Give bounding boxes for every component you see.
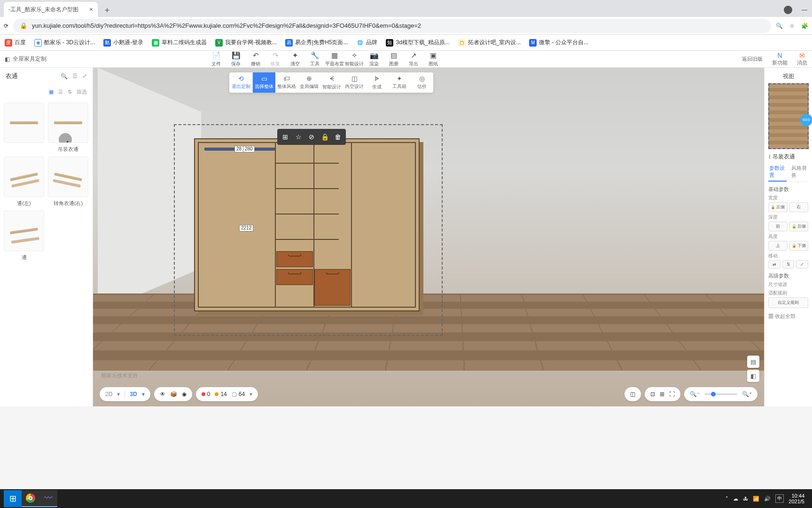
view-mode-switcher[interactable]: 2D ▾ 3D ▾ bbox=[100, 387, 150, 401]
album-button[interactable]: ▤图册 bbox=[384, 51, 404, 67]
move-z-button[interactable]: ⤢ bbox=[796, 260, 808, 269]
sphere-icon[interactable]: ◉ bbox=[182, 391, 187, 397]
box-icon[interactable]: 📦 bbox=[170, 391, 177, 397]
zoom-out-icon[interactable]: 🔍⁻ bbox=[690, 391, 700, 397]
delete-icon[interactable]: 🗑 bbox=[332, 131, 344, 143]
smart2-button[interactable]: ᗕ智能设计 bbox=[320, 72, 343, 93]
drawer[interactable] bbox=[276, 269, 313, 285]
style-button[interactable]: 🏷整体风格 bbox=[275, 72, 298, 93]
asset-item[interactable] bbox=[48, 157, 88, 197]
add-icon[interactable]: ⊞ bbox=[279, 131, 291, 143]
depth-back-button[interactable]: 🔒后侧 bbox=[789, 222, 809, 231]
mode-3d[interactable]: 3D bbox=[130, 391, 137, 397]
toolbox-button[interactable]: ✦工具箱 bbox=[388, 72, 411, 93]
move-y-button[interactable]: ⇅ bbox=[782, 260, 795, 269]
tab-style-replace[interactable]: 风格替换 bbox=[790, 163, 809, 182]
tray-wifi-icon[interactable]: 📶 bbox=[753, 496, 759, 502]
drawer[interactable] bbox=[276, 251, 313, 267]
gen-button[interactable]: ᗎ生成 bbox=[366, 72, 388, 93]
asset-item[interactable] bbox=[4, 157, 44, 197]
reload-icon[interactable]: ⟳ bbox=[4, 23, 8, 29]
object-toggle[interactable]: ◫ bbox=[625, 387, 641, 401]
camera-indicator[interactable]: 03:0 bbox=[800, 114, 812, 126]
minimap[interactable]: 03:0 bbox=[768, 83, 809, 149]
smart-button[interactable]: ✧智能设计 bbox=[344, 51, 364, 67]
list-view-icon[interactable]: ☰ bbox=[58, 89, 63, 95]
search-icon[interactable]: 🔍 bbox=[61, 73, 68, 79]
height-top-button[interactable]: 上 bbox=[768, 241, 788, 251]
layers-icon[interactable]: ▤ bbox=[747, 356, 759, 368]
tray-network-icon[interactable]: 🖧 bbox=[743, 496, 748, 501]
bookmark-item[interactable]: 易易企秀|免费H5页面... bbox=[285, 39, 348, 47]
list-icon[interactable]: ☰ bbox=[72, 73, 78, 79]
depth-front-button[interactable]: 前 bbox=[768, 222, 788, 231]
global-edit-button[interactable]: ⊕全局编辑 bbox=[298, 72, 320, 93]
extensions-icon[interactable]: 🧩 bbox=[801, 23, 808, 29]
render-button[interactable]: 📷渲染 bbox=[364, 51, 384, 67]
lock-icon[interactable]: 🔒 bbox=[319, 131, 331, 143]
new-feature-button[interactable]: N新功能 bbox=[772, 52, 788, 66]
filter-label[interactable]: 筛选 bbox=[77, 88, 87, 95]
move-x-button[interactable]: ⇄ bbox=[768, 260, 781, 269]
browser-tab[interactable]: -工具_酷家乐_未命名户型图 × bbox=[4, 2, 98, 17]
fit-icon[interactable]: ⊞ bbox=[660, 391, 664, 397]
bookmark-item[interactable]: 知3d模型下载_精品原... bbox=[386, 39, 449, 47]
minimize-icon[interactable]: — bbox=[802, 7, 807, 13]
bookmark-item[interactable]: V我要自学网-视频教... bbox=[215, 39, 277, 47]
hide-icon[interactable]: ⊘ bbox=[305, 131, 318, 143]
profile-icon[interactable] bbox=[784, 6, 792, 14]
bookmark-item[interactable]: ▢拓者设计吧_室内设... bbox=[458, 39, 521, 47]
zoom-slider-handle[interactable] bbox=[711, 392, 716, 397]
plan-button[interactable]: ▦平面布置 bbox=[325, 51, 344, 67]
clock-date[interactable]: 2021/5 bbox=[789, 499, 804, 504]
app-taskbar-icon[interactable]: 〰 bbox=[39, 490, 57, 507]
asset-item[interactable] bbox=[4, 211, 44, 251]
cost-button[interactable]: ◎估价 bbox=[411, 72, 433, 93]
chrome-taskbar-icon[interactable] bbox=[22, 490, 39, 507]
focus-icon[interactable]: ⊡ bbox=[650, 391, 655, 397]
ime-indicator[interactable]: 中 bbox=[775, 494, 784, 503]
url-field[interactable]: 🔒 yun.kujiale.com/tool/h5/diy?redirectur… bbox=[13, 19, 771, 33]
zoom-in-icon[interactable]: 🔍⁺ bbox=[742, 391, 752, 397]
old-version-link[interactable]: 返回旧版 bbox=[742, 56, 763, 63]
file-button[interactable]: 📄文件 bbox=[206, 51, 226, 67]
bookmark-item[interactable]: 鹅小鹅通-登录 bbox=[103, 39, 143, 47]
tray-cloud-icon[interactable]: ☁ bbox=[733, 496, 738, 502]
bookmark-item[interactable]: ▦草料二维码生成器 bbox=[152, 39, 207, 47]
undo-button[interactable]: ↶撤销 bbox=[246, 51, 265, 67]
bookmark-item[interactable]: 🌐品牌 bbox=[356, 39, 377, 47]
drawing-button[interactable]: ▣图纸 bbox=[423, 51, 443, 67]
interior-button[interactable]: ◫内空设计 bbox=[343, 72, 366, 93]
wardrobe-model[interactable]: 28 280 2212 bbox=[194, 138, 420, 311]
fullscreen-icon[interactable]: ⛶ bbox=[669, 391, 675, 397]
width-left-button[interactable]: 🔒左侧 bbox=[768, 202, 788, 212]
collapse-all-button[interactable]: ☰ 收起全部 bbox=[768, 313, 808, 320]
redo-button[interactable]: ↷恢复 bbox=[265, 51, 285, 67]
asset-item[interactable] bbox=[4, 103, 44, 143]
cube-icon[interactable]: ◧ bbox=[747, 370, 759, 382]
bookmark-item[interactable]: 度百度 bbox=[5, 39, 26, 47]
width-right-button[interactable]: 右 bbox=[789, 202, 809, 212]
drawer[interactable] bbox=[314, 269, 351, 306]
tray-chevron-icon[interactable]: ˄ bbox=[726, 496, 728, 502]
messages-button[interactable]: ✉消息 bbox=[797, 52, 807, 66]
search-icon[interactable]: 🔍 bbox=[776, 23, 783, 29]
height-bottom-button[interactable]: 🔒下侧 bbox=[789, 241, 809, 251]
rule-select[interactable]: 自定义规则 bbox=[768, 297, 808, 308]
start-button[interactable]: ⊞ bbox=[4, 490, 22, 507]
clear-button[interactable]: ✦清空 bbox=[285, 51, 305, 67]
design-canvas[interactable]: ⟲退出定制▭选择整体🏷整体风格⊕全局编辑ᗕ智能设计◫内空设计ᗎ生成✦工具箱◎估价… bbox=[93, 68, 764, 406]
favorite-icon[interactable]: ☆ bbox=[292, 131, 304, 143]
tray-volume-icon[interactable]: 🔊 bbox=[764, 496, 771, 502]
export-button[interactable]: ↗导出 bbox=[404, 51, 423, 67]
mode-2d[interactable]: 2D bbox=[105, 391, 112, 397]
exit-button[interactable]: ⟲退出定制 bbox=[229, 72, 253, 93]
select-button[interactable]: ▭选择整体 bbox=[253, 72, 275, 93]
app-mode-selector[interactable]: ◧ 全屋家具定制 bbox=[5, 55, 47, 63]
filter-icon[interactable]: ⇅ bbox=[68, 89, 72, 95]
diagnostics-counter[interactable]: 0 14 ▢64 ▾ bbox=[196, 387, 258, 401]
save-button[interactable]: 💾保存 bbox=[226, 51, 246, 67]
new-tab-button[interactable]: + bbox=[101, 4, 114, 17]
tab-params[interactable]: 参数设置 bbox=[768, 163, 787, 182]
expand-icon[interactable]: ⤢ bbox=[82, 73, 87, 79]
